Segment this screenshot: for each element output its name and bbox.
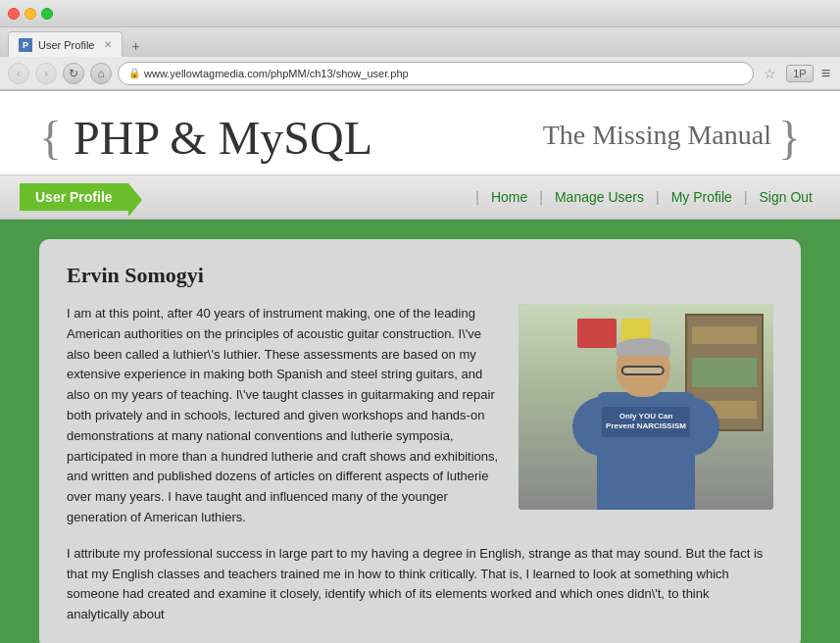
profile-photo-area: Only YOU Can Prevent NARCISSISM [519, 304, 773, 528]
traffic-lights [8, 8, 53, 20]
home-button[interactable]: ⌂ [90, 63, 112, 84]
forward-button[interactable]: › [35, 63, 57, 84]
shelf-item [692, 358, 757, 387]
shelf-item [692, 326, 757, 344]
photo-detail [577, 319, 617, 348]
profile-name: Ervin Somogyi [67, 263, 773, 288]
breadcrumb: User Profile [20, 183, 128, 211]
maximize-button[interactable] [41, 8, 53, 20]
browser-chrome: P User Profile ✕ + ‹ › ↻ ⌂ 🔒 www.yellowt… [0, 0, 840, 91]
brace-open: { [39, 112, 62, 164]
site-title-text: { PHP & MySQL [39, 112, 372, 164]
bookmark-button[interactable]: ☆ [760, 66, 780, 81]
site-title-main: { PHP & MySQL [39, 111, 372, 165]
bio-paragraph-1: I am at this point, after 40 years of in… [67, 304, 499, 528]
nav-link-sign-out[interactable]: Sign Out [752, 189, 820, 205]
hair [617, 338, 670, 356]
title-bar [0, 0, 840, 27]
extension-button[interactable]: 1P [786, 65, 813, 82]
nav-bar: User Profile | Home | Manage Users | My … [0, 174, 840, 220]
nav-sep-0: | [471, 189, 483, 205]
profile-photo: Only YOU Can Prevent NARCISSISM [519, 304, 773, 510]
bio-paragraph-2: I attribute my professional success in l… [67, 544, 773, 625]
back-button[interactable]: ‹ [8, 63, 29, 84]
url-text: www.yellowtagmedia.com/phpMM/ch13/show_u… [144, 68, 409, 79]
nav-sep-1: | [535, 189, 547, 205]
glasses [621, 366, 665, 375]
tab-close-button[interactable]: ✕ [104, 39, 112, 50]
content-area: Ervin Somogyi I am at this point, after … [0, 220, 840, 643]
person-torso: Only YOU Can Prevent NARCISSISM [597, 392, 695, 510]
minimize-button[interactable] [25, 8, 36, 20]
address-bar-row: ‹ › ↻ ⌂ 🔒 www.yellowtagmedia.com/phpMM/c… [0, 57, 840, 90]
nav-link-my-profile[interactable]: My Profile [664, 189, 740, 205]
nav-sep-3: | [740, 189, 752, 205]
profile-card: Ervin Somogyi I am at this point, after … [39, 239, 801, 643]
profile-body: I am at this point, after 40 years of in… [67, 304, 773, 528]
tab-favicon: P [19, 38, 32, 52]
lock-icon: 🔒 [128, 68, 140, 78]
nav-link-manage-users[interactable]: Manage Users [547, 189, 652, 205]
tab-title: User Profile [38, 39, 94, 51]
new-tab-button[interactable]: + [124, 35, 146, 57]
person-head [617, 338, 670, 397]
menu-button[interactable]: ≡ [819, 65, 832, 82]
nav-link-home[interactable]: Home [483, 189, 535, 205]
tab-bar: P User Profile ✕ + [0, 27, 840, 57]
shirt-text-display: Only YOU Can Prevent NARCISSISM [602, 407, 690, 437]
address-bar[interactable]: 🔒 www.yellowtagmedia.com/phpMM/ch13/show… [118, 62, 754, 85]
subtitle-text: The Missing Manual } [543, 120, 801, 150]
page-wrapper: { PHP & MySQL The Missing Manual } User … [0, 91, 840, 643]
site-subtitle: The Missing Manual } [543, 111, 801, 165]
active-tab[interactable]: P User Profile ✕ [8, 31, 123, 57]
profile-bio-text: I am at this point, after 40 years of in… [67, 304, 499, 528]
refresh-button[interactable]: ↻ [63, 63, 84, 84]
site-header: { PHP & MySQL The Missing Manual } [0, 91, 840, 174]
close-button[interactable] [8, 8, 20, 20]
nav-sep-2: | [652, 189, 664, 205]
nav-links: | Home | Manage Users | My Profile | Sig… [471, 189, 820, 205]
